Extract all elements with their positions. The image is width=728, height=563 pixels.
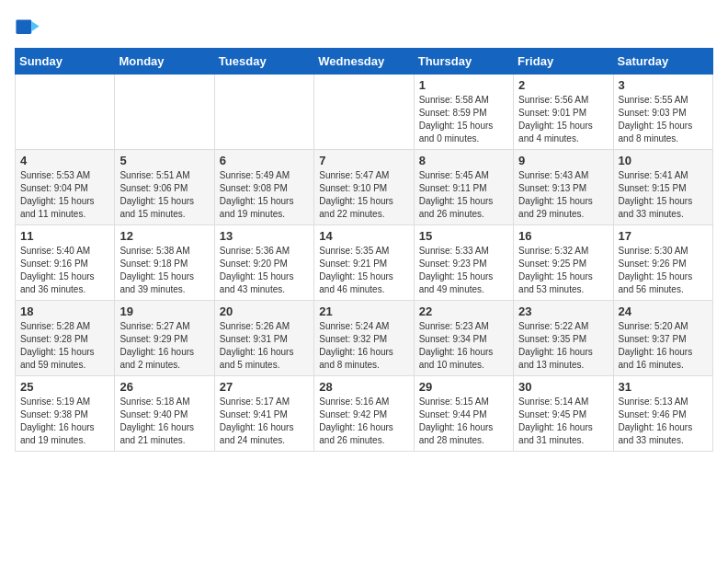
day-info: Sunrise: 5:13 AM Sunset: 9:46 PM Dayligh… bbox=[619, 396, 708, 447]
calendar-cell: 13Sunrise: 5:36 AM Sunset: 9:20 PM Dayli… bbox=[214, 225, 313, 301]
calendar-cell: 17Sunrise: 5:30 AM Sunset: 9:26 PM Dayli… bbox=[613, 225, 712, 301]
day-info: Sunrise: 5:22 AM Sunset: 9:35 PM Dayligh… bbox=[518, 320, 608, 372]
day-number: 2 bbox=[518, 78, 608, 92]
calendar-cell: 12Sunrise: 5:38 AM Sunset: 9:18 PM Dayli… bbox=[115, 225, 214, 301]
day-info: Sunrise: 5:47 AM Sunset: 9:10 PM Dayligh… bbox=[319, 169, 408, 221]
day-info: Sunrise: 5:27 AM Sunset: 9:29 PM Dayligh… bbox=[119, 320, 209, 372]
day-number: 23 bbox=[518, 304, 608, 318]
col-header-sunday: Sunday bbox=[16, 49, 115, 75]
day-number: 12 bbox=[119, 229, 209, 243]
day-info: Sunrise: 5:33 AM Sunset: 9:23 PM Dayligh… bbox=[419, 245, 508, 296]
calendar-cell: 30Sunrise: 5:14 AM Sunset: 9:45 PM Dayli… bbox=[514, 376, 613, 452]
day-number: 18 bbox=[20, 304, 109, 318]
day-number: 27 bbox=[220, 380, 309, 394]
calendar-table: SundayMondayTuesdayWednesdayThursdayFrid… bbox=[15, 48, 713, 452]
day-number: 8 bbox=[419, 154, 508, 167]
day-info: Sunrise: 5:17 AM Sunset: 9:41 PM Dayligh… bbox=[220, 396, 309, 447]
day-number: 9 bbox=[518, 154, 608, 167]
calendar-cell: 5Sunrise: 5:51 AM Sunset: 9:06 PM Daylig… bbox=[115, 150, 214, 225]
day-number: 1 bbox=[419, 78, 508, 92]
day-number: 22 bbox=[419, 304, 508, 318]
day-number: 7 bbox=[319, 154, 408, 167]
day-number: 29 bbox=[419, 380, 508, 394]
day-info: Sunrise: 5:58 AM Sunset: 8:59 PM Dayligh… bbox=[419, 94, 508, 145]
calendar-cell: 9Sunrise: 5:43 AM Sunset: 9:13 PM Daylig… bbox=[514, 150, 613, 225]
day-number: 13 bbox=[220, 229, 309, 243]
day-info: Sunrise: 5:28 AM Sunset: 9:28 PM Dayligh… bbox=[20, 320, 109, 372]
week-row-2: 4Sunrise: 5:53 AM Sunset: 9:04 PM Daylig… bbox=[16, 150, 713, 225]
calendar-cell: 26Sunrise: 5:18 AM Sunset: 9:40 PM Dayli… bbox=[115, 376, 214, 452]
day-info: Sunrise: 5:53 AM Sunset: 9:04 PM Dayligh… bbox=[20, 169, 109, 221]
calendar-cell: 24Sunrise: 5:20 AM Sunset: 9:37 PM Dayli… bbox=[613, 301, 712, 376]
svg-rect-0 bbox=[16, 20, 31, 34]
day-number: 28 bbox=[319, 380, 408, 394]
col-header-monday: Monday bbox=[115, 49, 214, 75]
calendar-cell: 19Sunrise: 5:27 AM Sunset: 9:29 PM Dayli… bbox=[115, 301, 214, 376]
calendar-cell: 21Sunrise: 5:24 AM Sunset: 9:32 PM Dayli… bbox=[314, 301, 414, 376]
calendar-header-row: SundayMondayTuesdayWednesdayThursdayFrid… bbox=[16, 49, 713, 75]
calendar-cell: 10Sunrise: 5:41 AM Sunset: 9:15 PM Dayli… bbox=[613, 150, 712, 225]
day-info: Sunrise: 5:38 AM Sunset: 9:18 PM Dayligh… bbox=[119, 245, 209, 296]
calendar-cell: 8Sunrise: 5:45 AM Sunset: 9:11 PM Daylig… bbox=[414, 150, 513, 225]
calendar-cell bbox=[115, 75, 214, 150]
day-info: Sunrise: 5:30 AM Sunset: 9:26 PM Dayligh… bbox=[619, 245, 708, 296]
calendar-cell: 7Sunrise: 5:47 AM Sunset: 9:10 PM Daylig… bbox=[314, 150, 414, 225]
calendar-cell: 23Sunrise: 5:22 AM Sunset: 9:35 PM Dayli… bbox=[514, 301, 613, 376]
svg-marker-1 bbox=[31, 21, 39, 31]
day-info: Sunrise: 5:16 AM Sunset: 9:42 PM Dayligh… bbox=[319, 396, 408, 447]
col-header-tuesday: Tuesday bbox=[214, 49, 313, 75]
day-info: Sunrise: 5:43 AM Sunset: 9:13 PM Dayligh… bbox=[518, 169, 608, 221]
day-info: Sunrise: 5:18 AM Sunset: 9:40 PM Dayligh… bbox=[119, 396, 209, 447]
calendar-cell: 11Sunrise: 5:40 AM Sunset: 9:16 PM Dayli… bbox=[16, 225, 115, 301]
day-number: 30 bbox=[518, 380, 608, 394]
day-number: 15 bbox=[419, 229, 508, 243]
calendar-cell: 27Sunrise: 5:17 AM Sunset: 9:41 PM Dayli… bbox=[214, 376, 313, 452]
calendar-cell: 28Sunrise: 5:16 AM Sunset: 9:42 PM Dayli… bbox=[314, 376, 414, 452]
day-info: Sunrise: 5:40 AM Sunset: 9:16 PM Dayligh… bbox=[20, 245, 109, 296]
calendar-cell: 14Sunrise: 5:35 AM Sunset: 9:21 PM Dayli… bbox=[314, 225, 414, 301]
day-number: 11 bbox=[20, 229, 109, 243]
day-info: Sunrise: 5:20 AM Sunset: 9:37 PM Dayligh… bbox=[619, 320, 708, 372]
day-number: 3 bbox=[619, 78, 708, 92]
week-row-4: 18Sunrise: 5:28 AM Sunset: 9:28 PM Dayli… bbox=[16, 301, 713, 376]
logo-icon bbox=[15, 15, 40, 40]
calendar-cell: 20Sunrise: 5:26 AM Sunset: 9:31 PM Dayli… bbox=[214, 301, 313, 376]
day-number: 5 bbox=[119, 154, 209, 167]
calendar-cell bbox=[314, 75, 414, 150]
calendar-cell: 3Sunrise: 5:55 AM Sunset: 9:03 PM Daylig… bbox=[613, 75, 712, 150]
day-number: 25 bbox=[20, 380, 109, 394]
week-row-1: 1Sunrise: 5:58 AM Sunset: 8:59 PM Daylig… bbox=[16, 75, 713, 150]
day-number: 14 bbox=[319, 229, 408, 243]
day-number: 4 bbox=[20, 154, 109, 167]
day-info: Sunrise: 5:35 AM Sunset: 9:21 PM Dayligh… bbox=[319, 245, 408, 296]
day-number: 16 bbox=[518, 229, 608, 243]
day-info: Sunrise: 5:41 AM Sunset: 9:15 PM Dayligh… bbox=[619, 169, 708, 221]
day-number: 20 bbox=[220, 304, 309, 318]
week-row-3: 11Sunrise: 5:40 AM Sunset: 9:16 PM Dayli… bbox=[16, 225, 713, 301]
day-number: 6 bbox=[220, 154, 309, 167]
calendar-cell: 18Sunrise: 5:28 AM Sunset: 9:28 PM Dayli… bbox=[16, 301, 115, 376]
day-info: Sunrise: 5:55 AM Sunset: 9:03 PM Dayligh… bbox=[619, 94, 708, 145]
logo bbox=[15, 15, 44, 40]
day-info: Sunrise: 5:23 AM Sunset: 9:34 PM Dayligh… bbox=[419, 320, 508, 372]
calendar-cell: 1Sunrise: 5:58 AM Sunset: 8:59 PM Daylig… bbox=[414, 75, 513, 150]
col-header-friday: Friday bbox=[514, 49, 613, 75]
calendar-cell: 6Sunrise: 5:49 AM Sunset: 9:08 PM Daylig… bbox=[214, 150, 313, 225]
day-number: 10 bbox=[619, 154, 708, 167]
calendar-cell: 29Sunrise: 5:15 AM Sunset: 9:44 PM Dayli… bbox=[414, 376, 513, 452]
calendar-cell: 22Sunrise: 5:23 AM Sunset: 9:34 PM Dayli… bbox=[414, 301, 513, 376]
day-number: 19 bbox=[119, 304, 209, 318]
day-number: 26 bbox=[119, 380, 209, 394]
day-info: Sunrise: 5:45 AM Sunset: 9:11 PM Dayligh… bbox=[419, 169, 508, 221]
calendar-cell bbox=[16, 75, 115, 150]
day-number: 24 bbox=[619, 304, 708, 318]
day-info: Sunrise: 5:24 AM Sunset: 9:32 PM Dayligh… bbox=[319, 320, 408, 372]
calendar-cell: 31Sunrise: 5:13 AM Sunset: 9:46 PM Dayli… bbox=[613, 376, 712, 452]
col-header-thursday: Thursday bbox=[414, 49, 513, 75]
calendar-cell bbox=[214, 75, 313, 150]
day-info: Sunrise: 5:36 AM Sunset: 9:20 PM Dayligh… bbox=[220, 245, 309, 296]
day-number: 17 bbox=[619, 229, 708, 243]
calendar-cell: 15Sunrise: 5:33 AM Sunset: 9:23 PM Dayli… bbox=[414, 225, 513, 301]
day-info: Sunrise: 5:14 AM Sunset: 9:45 PM Dayligh… bbox=[518, 396, 608, 447]
calendar-cell: 16Sunrise: 5:32 AM Sunset: 9:25 PM Dayli… bbox=[514, 225, 613, 301]
